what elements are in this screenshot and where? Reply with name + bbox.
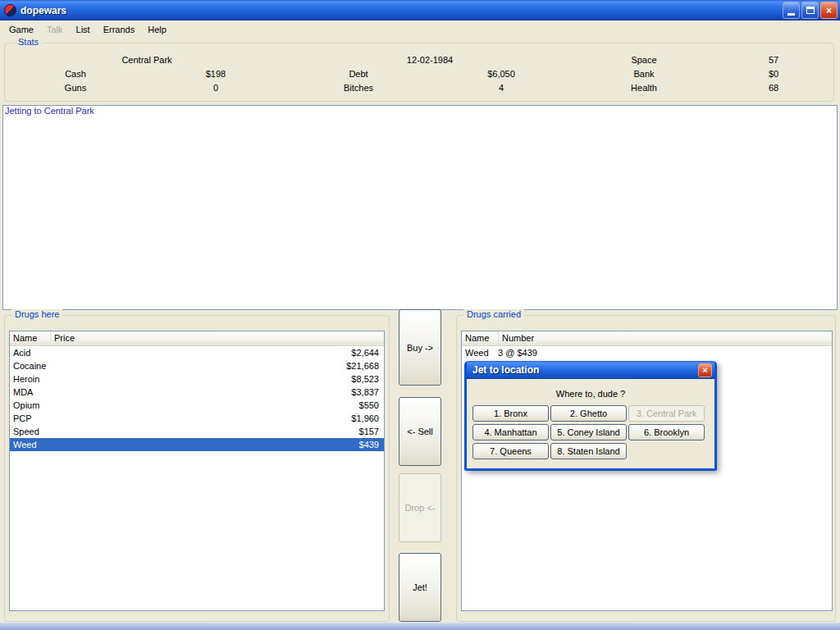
sell-button[interactable]: <- Sell (399, 397, 441, 466)
drug-row-cocaine[interactable]: Cocaine $21,668 (10, 359, 384, 372)
stat-cash-label: Cash (7, 67, 144, 81)
drug-name: Cocaine (10, 359, 54, 372)
drug-row-speed[interactable]: Speed $157 (10, 425, 384, 438)
menu-item-game[interactable]: Game (2, 22, 40, 37)
location-button-manhattan[interactable]: 4. Manhattan (472, 424, 549, 441)
drug-row-heroin[interactable]: Heroin $8,523 (10, 372, 384, 386)
drug-row-mda[interactable]: MDA $3,837 (10, 386, 384, 399)
stat-location: Central Park (7, 53, 287, 67)
window-controls: × (783, 2, 838, 19)
close-button[interactable]: × (820, 2, 838, 19)
jet-button[interactable]: Jet! (399, 553, 441, 622)
jet-dialog: Jet to location × Where to, dude ? 1. Br… (464, 361, 717, 471)
message-text: Jetting to Central Park (5, 106, 94, 116)
column-header-price[interactable]: Price (51, 331, 384, 345)
drugs-carried-title: Drugs carried (463, 309, 524, 319)
drug-name: Acid (10, 346, 54, 359)
stats-panel: Stats Central Park 12-02-1984 Space 57 C… (4, 43, 834, 102)
drug-name: Opium (10, 399, 54, 412)
stat-bitches-value: 4 (430, 81, 573, 95)
drug-row-weed-selected[interactable]: Weed $439 (10, 438, 384, 451)
stat-bitches-label: Bitches (287, 81, 430, 95)
drug-price: $2,644 (54, 346, 384, 359)
jet-dialog-titlebar[interactable]: Jet to location × (467, 361, 714, 379)
location-button-brooklyn[interactable]: 6. Brooklyn (628, 424, 705, 441)
drug-row-pcp[interactable]: PCP $1,960 (10, 412, 384, 425)
menu-item-help[interactable]: Help (141, 22, 173, 37)
drug-price: $3,837 (54, 386, 384, 399)
drugs-here-list: Name Price Acid $2,644 Cocaine $21,668 H… (9, 331, 385, 611)
location-button-coney-island[interactable]: 5. Coney Island (550, 424, 627, 441)
drug-row-acid[interactable]: Acid $2,644 (10, 346, 384, 359)
stat-cash-value: $198 (144, 67, 287, 81)
location-button-bronx[interactable]: 1. Bronx (472, 405, 549, 422)
location-button-ghetto[interactable]: 2. Ghetto (550, 405, 627, 422)
carried-drug-number: 3 @ $439 (496, 346, 832, 359)
carried-drug-name: Weed (462, 346, 496, 359)
menu-item-errands[interactable]: Errands (97, 22, 142, 37)
stat-health-label: Health (573, 81, 715, 95)
window-bottom-edge (0, 623, 840, 630)
drug-price: $21,668 (54, 359, 384, 372)
drug-price: $439 (54, 438, 384, 451)
jet-dialog-prompt: Where to, dude ? (467, 389, 714, 399)
drug-price: $550 (54, 399, 384, 412)
buy-button[interactable]: Buy -> (399, 309, 441, 386)
drug-name: MDA (10, 386, 54, 399)
jet-dialog-body: Where to, dude ? 1. Bronx 2. Ghetto 3. C… (467, 389, 714, 459)
menu-item-talk: Talk (40, 22, 70, 37)
stat-bank-label: Bank (573, 67, 715, 81)
drug-name: Weed (10, 438, 54, 451)
drug-price: $157 (54, 425, 384, 438)
drug-price: $8,523 (54, 372, 384, 386)
window-titlebar[interactable]: dopewars × (0, 0, 840, 21)
stats-grid: Central Park 12-02-1984 Space 57 Cash $1… (7, 53, 832, 95)
drugs-here-title: Drugs here (11, 309, 62, 319)
drug-name: Speed (10, 425, 54, 438)
stat-date: 12-02-1984 (287, 53, 573, 67)
menu-item-list[interactable]: List (70, 22, 97, 37)
stat-guns-label: Guns (7, 81, 144, 95)
column-header-name[interactable]: Name (462, 331, 499, 345)
maximize-button[interactable] (801, 2, 819, 19)
drug-name: Heroin (10, 372, 54, 386)
column-header-name[interactable]: Name (10, 331, 51, 345)
messages-area: Jetting to Central Park (2, 105, 838, 310)
location-button-central-park: 3. Central Park (628, 405, 705, 422)
location-button-staten-island[interactable]: 8. Staten Island (550, 443, 627, 459)
menu-bar: Game Talk List Errands Help (0, 21, 840, 38)
stat-guns-value: 0 (144, 81, 287, 95)
column-header-number[interactable]: Number (499, 331, 832, 345)
drug-price: $1,960 (54, 412, 384, 425)
stat-space-label: Space (573, 53, 715, 67)
location-buttons: 1. Bronx 2. Ghetto 3. Central Park 4. Ma… (472, 405, 709, 459)
app-icon (4, 4, 16, 16)
minimize-icon (788, 13, 795, 16)
jet-dialog-title: Jet to location (472, 364, 698, 376)
minimize-button[interactable] (783, 2, 800, 19)
close-icon: × (702, 365, 707, 375)
drugs-here-header: Name Price (10, 331, 384, 346)
drug-name: PCP (10, 412, 54, 425)
drugs-carried-header: Name Number (462, 331, 832, 346)
drug-row-opium[interactable]: Opium $550 (10, 399, 384, 412)
maximize-icon (806, 7, 815, 14)
drop-button: Drop <- (399, 473, 441, 542)
carried-row-weed[interactable]: Weed 3 @ $439 (462, 346, 832, 359)
dialog-close-button[interactable]: × (698, 363, 712, 377)
location-button-queens[interactable]: 7. Queens (472, 443, 549, 459)
window-title: dopewars (21, 5, 783, 16)
stat-bank-value: $0 (715, 67, 832, 81)
stat-debt-label: Debt (287, 67, 430, 81)
stat-health-value: 68 (715, 81, 832, 95)
stats-panel-title: Stats (15, 37, 42, 47)
close-icon: × (826, 5, 832, 16)
drugs-here-panel: Drugs here Name Price Acid $2,644 Cocain… (4, 315, 390, 622)
stat-space-value: 57 (715, 53, 832, 67)
dopewars-window: dopewars × Game Talk List Errands Help S… (0, 0, 840, 630)
stat-debt-value: $6,050 (430, 67, 573, 81)
